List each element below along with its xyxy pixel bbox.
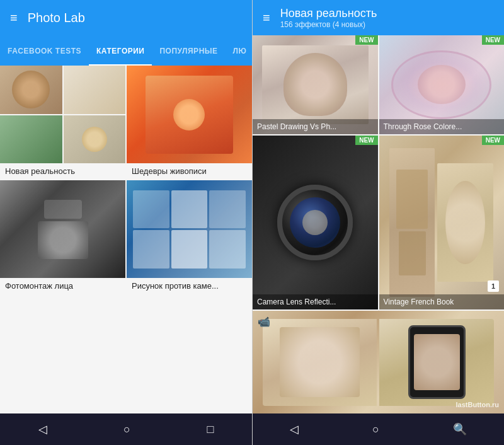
- right-header: ≡ Новая реальность 156 эффектов (4 новых…: [253, 0, 504, 35]
- right-title: Новая реальность: [280, 7, 377, 20]
- hamburger-icon[interactable]: ≡: [10, 11, 18, 25]
- effect-item-3[interactable]: NEW Camera Lens Reflecti...: [253, 136, 378, 310]
- tab-facebook[interactable]: FACEBOOK TESTS: [0, 38, 89, 66]
- category-thumb-1[interactable]: [0, 66, 125, 163]
- new-badge-4: NEW: [482, 136, 504, 145]
- app-title: Photo Lab: [28, 11, 85, 25]
- category-label-1: Новая реальность: [0, 163, 125, 179]
- category-thumb-4[interactable]: [127, 180, 252, 278]
- right-back-nav-icon[interactable]: ◁: [290, 422, 299, 436]
- right-panel: ≡ Новая реальность 156 эффектов (4 новых…: [252, 0, 504, 445]
- right-header-text: Новая реальность 156 эффектов (4 новых): [280, 7, 377, 29]
- left-nav-bar: ◁ ○ □: [0, 413, 252, 445]
- right-search-nav-icon[interactable]: 🔍: [453, 422, 467, 436]
- effect-label-2: Through Rose Colore...: [379, 119, 505, 134]
- category-label-3: Фотомонтаж лица: [0, 278, 125, 294]
- right-hamburger-icon[interactable]: ≡: [263, 11, 270, 25]
- category-label-4: Рисунок против каме...: [127, 278, 252, 294]
- right-subtitle: 156 эффектов (4 новых): [280, 20, 377, 29]
- left-header: ≡ Photo Lab: [0, 0, 252, 35]
- new-badge-1: NEW: [355, 35, 377, 45]
- video-icon-badge: 📹: [258, 316, 270, 328]
- category-thumb-3[interactable]: [0, 180, 125, 278]
- category-thumb-2[interactable]: [127, 66, 252, 163]
- effect-item-1[interactable]: NEW Pastel Drawing Vs Ph...: [253, 35, 378, 134]
- category-col-4: Рисунок против каме...: [127, 180, 252, 413]
- category-col-3: Фотомонтаж лица: [0, 180, 125, 413]
- right-home-nav-icon[interactable]: ○: [372, 423, 379, 436]
- new-badge-3: NEW: [355, 136, 377, 145]
- left-panel: ≡ Photo Lab FACEBOOK TESTS КАТЕГОРИИ ПОП…: [0, 0, 252, 445]
- categories-grid: Новая реальность: [0, 66, 252, 413]
- category-label-2: Шедевры живописи: [127, 163, 252, 179]
- right-nav-bar: ◁ ○ 🔍: [253, 413, 504, 445]
- home-nav-icon[interactable]: ○: [123, 423, 130, 436]
- back-nav-icon[interactable]: ◁: [38, 422, 47, 436]
- tab-categories[interactable]: КАТЕГОРИИ: [89, 38, 152, 66]
- tab-popular[interactable]: ПОПУЛЯРНЫЕ: [152, 38, 225, 66]
- number-badge-4: 1: [488, 280, 499, 292]
- effect-label-1: Pastel Drawing Vs Ph...: [253, 119, 378, 134]
- new-badge-2: NEW: [482, 35, 504, 45]
- effect-item-5[interactable]: 📹 lastButton.ru: [253, 311, 504, 413]
- effect-item-2[interactable]: NEW Through Rose Colore...: [379, 35, 505, 134]
- recent-nav-icon[interactable]: □: [207, 423, 214, 436]
- category-col-1: Новая реальность: [0, 66, 125, 179]
- tab-favorites[interactable]: ЛЮ: [226, 38, 255, 66]
- category-row-2: Фотомонтаж лица Рисуно: [0, 180, 252, 413]
- effect-item-4[interactable]: NEW 1 Vintage French Book: [379, 136, 505, 310]
- effect-label-4: Vintage French Book: [379, 294, 505, 309]
- category-row-1: Новая реальность: [0, 66, 252, 179]
- effect-label-3: Camera Lens Reflecti...: [253, 294, 378, 309]
- left-tab-bar: FACEBOOK TESTS КАТЕГОРИИ ПОПУЛЯРНЫЕ ЛЮ: [0, 35, 252, 66]
- category-col-2: Шедевры живописи: [127, 66, 252, 179]
- effects-grid: NEW Pastel Drawing Vs Ph... NEW Through …: [253, 35, 504, 413]
- watermark: lastButton.ru: [456, 401, 499, 408]
